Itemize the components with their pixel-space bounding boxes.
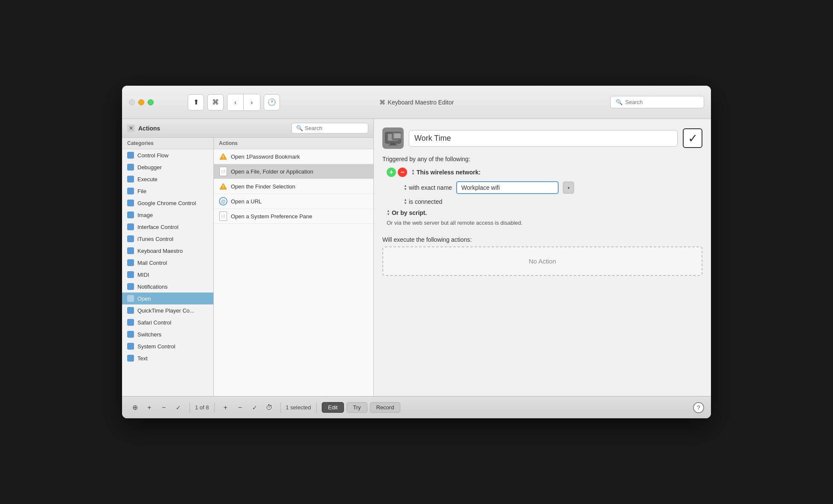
- svg-text:!: !: [222, 155, 224, 159]
- categories-header: Categories: [122, 138, 213, 149]
- category-item-quicktime[interactable]: QuickTime Player Co...: [122, 304, 213, 316]
- category-label: Text: [137, 355, 148, 362]
- category-item-controlflow[interactable]: Control Flow: [122, 149, 213, 161]
- export-button[interactable]: ⬆: [188, 94, 204, 110]
- triggered-by-label: Triggered by any of the following:: [382, 156, 702, 162]
- history-button[interactable]: 🕐: [264, 94, 280, 110]
- svg-rect-6: [390, 143, 396, 145]
- maximize-button[interactable]: [148, 99, 154, 105]
- edit-button[interactable]: Edit: [322, 402, 344, 413]
- category-item-interface[interactable]: Interface Control: [122, 221, 213, 233]
- toolbar-separator-3: [280, 403, 281, 413]
- category-label: iTunes Control: [137, 236, 173, 242]
- category-item-safari[interactable]: Safari Control: [122, 316, 213, 328]
- macro-add-button[interactable]: +: [143, 402, 155, 414]
- category-item-image[interactable]: Image: [122, 209, 213, 221]
- category-item-itunes[interactable]: iTunes Control: [122, 233, 213, 245]
- or-script-selector[interactable]: ▲▼ Or by script.: [387, 209, 702, 216]
- category-item-keyboard-maestro[interactable]: Keyboard Maestro: [122, 245, 213, 257]
- connected-label: ▲▼ is connected: [404, 198, 443, 205]
- action-check-button[interactable]: ✓: [249, 402, 261, 414]
- title-text: Keyboard Maestro Editor: [388, 99, 454, 106]
- action-warn2-icon: !: [219, 182, 227, 191]
- exact-name-label: ▲▼ with exact name: [404, 184, 452, 191]
- or-script-label: Or by script.: [392, 209, 427, 216]
- traffic-lights: [129, 99, 154, 105]
- category-icon: [127, 152, 134, 159]
- macro-remove-button[interactable]: −: [158, 402, 170, 414]
- category-item-file[interactable]: File: [122, 185, 213, 197]
- category-label: File: [137, 188, 146, 194]
- action-item-file-folder[interactable]: 📄 Open a File, Folder or Application: [214, 164, 373, 179]
- action-clock-button[interactable]: ⏱: [263, 402, 275, 414]
- or-via-text: Or via the web server but all remote acc…: [382, 220, 702, 226]
- category-item-debugger[interactable]: Debugger: [122, 161, 213, 173]
- close-button[interactable]: [129, 99, 135, 105]
- trigger-type-label: This wireless network:: [416, 169, 481, 176]
- category-item-text[interactable]: Text: [122, 352, 213, 364]
- category-item-switchers[interactable]: Switchers: [122, 328, 213, 340]
- category-label: System Control: [137, 343, 175, 350]
- help-button[interactable]: ?: [693, 402, 704, 413]
- toolbar-separator-2: [214, 403, 215, 413]
- main-window: ⬆ ⌘ ‹ › 🕐 ⌘ Keyboard Maestro Editor 🔍 ✕ …: [122, 86, 711, 418]
- category-item-system[interactable]: System Control: [122, 340, 213, 352]
- search-icon: 🔍: [616, 99, 623, 105]
- panel-close-button[interactable]: ✕: [127, 125, 135, 132]
- actions-header: Actions: [214, 138, 373, 149]
- updown2-icon: ▲▼: [404, 184, 407, 191]
- trigger-add-button[interactable]: +: [387, 168, 396, 177]
- category-label: Mail Control: [137, 260, 167, 266]
- action-item-url[interactable]: @ Open a URL: [214, 194, 373, 209]
- forward-button[interactable]: ›: [244, 94, 260, 110]
- global-search[interactable]: 🔍: [610, 96, 704, 108]
- action-warn-icon: !: [219, 152, 227, 161]
- wifi-name-input[interactable]: [456, 181, 559, 194]
- category-item-execute[interactable]: Execute: [122, 173, 213, 185]
- action-label: Open 1Password Bookmark: [231, 154, 300, 160]
- category-icon: [127, 235, 134, 242]
- category-icon: [127, 331, 134, 338]
- action-label: Open a URL: [231, 198, 262, 205]
- category-item-notifications[interactable]: Notifications: [122, 281, 213, 293]
- category-item-midi[interactable]: MIDI: [122, 269, 213, 281]
- global-search-input[interactable]: [625, 99, 699, 105]
- trigger-detail-connected: ▲▼ is connected: [382, 198, 702, 205]
- action-file2-icon: 📄: [219, 212, 227, 220]
- updown-icon: ▲▼: [411, 169, 415, 176]
- trigger-remove-button[interactable]: −: [398, 168, 407, 177]
- minimize-button[interactable]: [138, 99, 144, 105]
- macro-icon[interactable]: [382, 127, 404, 149]
- globe-button[interactable]: ⊕: [129, 402, 141, 414]
- action-item-1password[interactable]: ! Open 1Password Bookmark: [214, 149, 373, 164]
- wifi-dropdown-button[interactable]: ▾: [563, 182, 574, 194]
- category-icon: [127, 343, 134, 350]
- action-remove-button[interactable]: −: [234, 402, 246, 414]
- try-button[interactable]: Try: [347, 402, 367, 413]
- actions-list: Actions ! Open 1Password Bookmark 📄: [214, 138, 373, 396]
- action-at-icon: @: [219, 197, 227, 206]
- category-label: Interface Control: [137, 224, 178, 230]
- toolbar-separator-1: [189, 403, 190, 413]
- category-label: Control Flow: [137, 152, 169, 159]
- actions-search-input[interactable]: [305, 125, 364, 131]
- category-item-mail[interactable]: Mail Control: [122, 257, 213, 269]
- macro-name-input[interactable]: [409, 130, 678, 147]
- action-item-finder-selection[interactable]: ! Open the Finder Selection: [214, 179, 373, 194]
- category-label: Open: [137, 295, 151, 302]
- command-button[interactable]: ⌘: [207, 94, 224, 110]
- title-bar: ⬆ ⌘ ‹ › 🕐 ⌘ Keyboard Maestro Editor 🔍: [122, 86, 711, 119]
- action-item-syspref[interactable]: 📄 Open a System Preference Pane: [214, 209, 373, 224]
- back-button[interactable]: ‹: [227, 94, 244, 110]
- action-label: Open a File, Folder or Application: [231, 168, 313, 175]
- trigger-type-selector[interactable]: ▲▼ This wireless network:: [411, 169, 481, 176]
- categories-column: Categories Control Flow Debugger Execute: [122, 138, 214, 396]
- macro-check-button[interactable]: ✓: [172, 402, 184, 414]
- category-item-google-chrome[interactable]: Google Chrome Control: [122, 197, 213, 209]
- record-button[interactable]: Record: [370, 402, 401, 413]
- macro-enabled-checkbox[interactable]: ✓: [683, 128, 702, 148]
- action-add-button[interactable]: +: [220, 402, 232, 414]
- actions-search[interactable]: 🔍: [291, 123, 368, 133]
- category-item-open[interactable]: Open: [122, 293, 213, 304]
- connected-text: is connected: [409, 198, 443, 205]
